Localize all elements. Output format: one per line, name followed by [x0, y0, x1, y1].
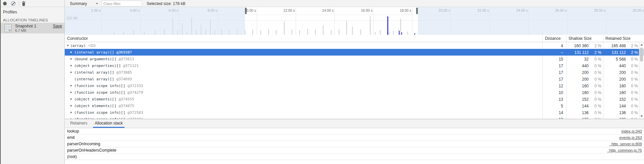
scroll-up-icon[interactable] [640, 44, 643, 46]
chevron-down-icon [96, 3, 98, 4]
retained-size-percent: 2 % [626, 50, 638, 55]
expand-arrow-icon[interactable] [70, 98, 72, 100]
source-location-link[interactable]: _http_server.js:809 [609, 142, 642, 146]
shallow-size-value: 160 [566, 90, 589, 95]
window-edge [0, 0, 1, 164]
stack-frame-row: parserOnIncoming_http_server.js:809 [65, 141, 644, 147]
shallow-size-value: 160 360 [566, 44, 589, 48]
table-row[interactable]: (internal array)[] @373885172000 %2000 % [65, 69, 644, 76]
retained-size-percent: 0 % [626, 97, 638, 102]
snapshot-title: Snapshot 1 [15, 24, 36, 28]
expand-arrow-icon[interactable] [70, 105, 72, 107]
table-row[interactable]: (internal array)[] @374093172000 %2000 % [65, 76, 644, 82]
retained-size-percent: 0 % [626, 70, 638, 75]
expand-arrow-icon[interactable] [70, 65, 72, 67]
retained-size-percent: 0 % [626, 77, 638, 82]
expand-arrow-icon[interactable] [70, 58, 72, 60]
object-id: @372583 [128, 110, 143, 115]
allocation-bar [323, 25, 324, 35]
shallow-size-value: 131 112 [566, 50, 589, 55]
retained-size-value: 152 [603, 97, 626, 102]
constructor-name: (internal array)[] @373885 [74, 70, 132, 75]
table-row[interactable]: (internal array)[] @369387–131 1122 %131… [65, 49, 644, 56]
expand-arrow-icon[interactable] [70, 71, 72, 73]
shallow-size-value: 152 [566, 97, 589, 102]
expand-arrow-icon[interactable] [70, 51, 72, 53]
timeline-gridline [412, 7, 412, 35]
table-row[interactable]: (object elements)[] @374555131520 %1520 … [65, 96, 644, 102]
summary-dropdown[interactable]: Summary [67, 0, 101, 7]
save-link[interactable]: Save [53, 24, 62, 28]
class-filter-input[interactable] [102, 1, 142, 6]
grid-scrollbar[interactable] [639, 42, 644, 119]
constructor-name: (function scope info)[] @372333 [74, 84, 143, 88]
ruler-label: 14.00 s [311, 8, 334, 12]
scroll-down-icon[interactable] [640, 115, 643, 117]
allocation-bar-live [399, 31, 400, 35]
profiles-title: Profiles [3, 10, 17, 14]
table-row[interactable]: (object properties)[] @371121174400 %440… [65, 62, 644, 69]
collapse-arrow-icon[interactable] [67, 45, 69, 47]
tab-allocation-stack[interactable]: Allocation stack [93, 119, 124, 128]
stack-function-name: (root) [67, 154, 77, 159]
col-header-retained-size[interactable]: Retained Size [605, 36, 631, 41]
allocation-bar [339, 29, 339, 35]
table-row[interactable]: (array)×3154160 3602 %165 4882 % [65, 42, 644, 49]
overview-chart[interactable]: 102 kB 2.00 s4.00 s6.00 s8.00 s0.00 s12.… [65, 7, 644, 35]
table-row[interactable]: (function scope info)[] @372583141360 %1… [65, 109, 644, 116]
object-id: @374075 [118, 104, 134, 108]
source-location-link[interactable]: events.js:263 [619, 136, 642, 140]
allocation-bar [407, 31, 408, 35]
expand-arrow-icon[interactable] [70, 91, 72, 93]
expand-arrow-icon[interactable] [70, 85, 72, 87]
sidebar-divider[interactable] [64, 0, 65, 164]
selection-handle-left[interactable] [245, 8, 247, 14]
stack-frame-row: parserOnHeadersComplete_http_common.js:7… [65, 147, 644, 154]
tab-retainers[interactable]: Retainers [68, 119, 89, 127]
stack-frame-row: emitevents.js:263 [65, 135, 644, 141]
source-location-link[interactable]: _http_common.js:75 [607, 148, 642, 152]
distance-value: 17 [542, 70, 563, 75]
table-row[interactable]: (function scope info)[] @372333121600 %1… [65, 82, 644, 89]
toolbar: Summary Selected size: 178 kB [0, 0, 644, 7]
col-header-constructor[interactable]: Constructor [67, 36, 88, 41]
sidebar-item-snapshot[interactable]: % Snapshot 1 Save 6.7 MB [1, 23, 64, 33]
column-border [603, 35, 603, 119]
retained-size-percent: 2 % [626, 44, 638, 48]
expand-arrow-icon[interactable] [70, 111, 72, 113]
selection-handle-right[interactable] [416, 8, 418, 14]
shallow-size-percent: 2 % [589, 50, 601, 55]
scrollbar-thumb[interactable] [640, 48, 643, 62]
allocation-bar [380, 30, 381, 35]
distance-value: 12 [542, 84, 563, 88]
timeline-curtain-left[interactable] [65, 7, 245, 35]
allocation-bar [400, 19, 401, 35]
distance-value: – [542, 50, 563, 55]
shallow-size-value: 136 [566, 110, 589, 115]
allocation-bar [370, 16, 370, 35]
table-row[interactable]: (bound arguments)[] @37361115320 %5 5680… [65, 56, 644, 62]
table-row[interactable]: (function scope info)[] @373181131360 %1… [65, 116, 644, 119]
timeline-gridline [257, 7, 257, 35]
table-row[interactable]: (object elements)[] @37407551440 %1440 % [65, 102, 644, 109]
source-location-link[interactable]: index.js:343 [622, 129, 642, 133]
retained-size-percent: 0 % [626, 84, 638, 88]
table-row[interactable]: (function scope info)[] @374279101600 %1… [65, 89, 644, 96]
clear-icon[interactable] [11, 1, 15, 6]
constructor-grid: Constructor Distance Shallow Size Retain… [65, 35, 644, 119]
constructor-name: (array)×315 [70, 44, 96, 48]
shallow-size-value: 200 [566, 77, 589, 82]
retained-size-value: 160 [603, 84, 626, 88]
trash-icon[interactable] [21, 1, 26, 6]
allocation-bar-live [414, 33, 415, 35]
allocation-bar [375, 32, 376, 35]
retained-size-percent: 0 % [626, 90, 638, 95]
retained-size-value: 200 [603, 70, 626, 75]
distance-value: 14 [542, 110, 563, 115]
record-icon[interactable] [3, 2, 7, 5]
object-id: @372333 [128, 84, 143, 88]
shallow-size-value: 200 [566, 70, 589, 75]
col-header-distance[interactable]: Distance [545, 36, 561, 41]
col-header-shallow-size[interactable]: Shallow Size [568, 36, 592, 41]
timeline-curtain-right[interactable] [418, 7, 644, 35]
